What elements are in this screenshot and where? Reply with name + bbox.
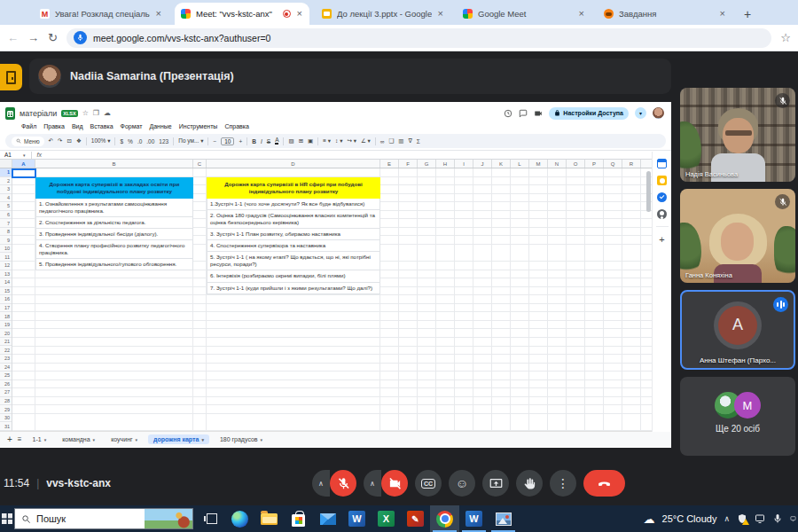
browser-tab-1[interactable]: MУвага! Розклад спеціальності× [34,3,168,25]
calendar-icon[interactable] [657,159,667,168]
menu-1[interactable]: Файл [21,123,36,129]
menu-2[interactable]: Правка [43,123,65,129]
column-header-L[interactable]: L [511,160,529,168]
fill-color-icon[interactable]: ▨ [288,137,293,145]
format-currency-icon[interactable]: $ [120,138,123,145]
star-doc-icon[interactable]: ☆ [82,109,89,117]
zoom-select[interactable]: 100% ▾ [91,137,111,145]
italic-icon[interactable]: I [261,138,262,145]
end-call-button[interactable] [583,470,625,497]
menu-6[interactable]: Данные [149,123,171,129]
tab-close-icon[interactable]: × [578,9,585,19]
print-icon[interactable]: ⊡ [66,137,71,145]
browser-tab-3[interactable]: До лекції 3.pptx - Google През× [316,3,450,25]
row-header-29[interactable]: 29 [0,405,12,414]
cell-b-item[interactable]: 5. Проведення індивідуального/гупового о… [36,259,192,270]
sheet-tab-3[interactable]: коучинг▾ [106,434,143,444]
cell-b-item[interactable]: 2. Спостереження за діяльністю педагога. [36,217,192,229]
sheet-tab-caret-icon[interactable]: ▾ [261,437,263,442]
row-header-12[interactable]: 12 [0,262,12,270]
excel-taskbar-button[interactable]: X [372,505,401,532]
move-folder-icon[interactable]: ❐ [93,109,99,117]
row-header-30[interactable]: 30 [0,414,12,423]
column-header-K[interactable]: K [492,160,511,168]
file-explorer-taskbar-button[interactable] [254,505,284,532]
cell-d-item[interactable]: 1.Зустріч 1-1 (чого хоче досягнути? Як в… [207,199,379,210]
side-panel-add-icon[interactable]: + [659,234,664,245]
menu-7[interactable]: Инструменты [179,123,218,129]
cell-d-item[interactable]: 7. Зустріч 1-1 (куди прийшли і з якими р… [207,283,379,294]
filter-icon[interactable]: ∇ [408,137,411,145]
insert-comment-icon[interactable]: ❑ [389,137,395,145]
spreadsheet-grid[interactable]: 1234567891011121314151617181920212223242… [0,168,652,431]
all-sheets-button[interactable]: ≡ [18,435,22,443]
more-formats-icon[interactable]: 123 [159,138,168,145]
contacts-icon[interactable] [657,209,667,219]
row-header-17[interactable]: 17 [0,304,12,313]
cell-b-item[interactable]: 1. Ознайомлення з результатами самооціню… [36,199,192,217]
row-header-25[interactable]: 25 [0,372,12,380]
reactions-button[interactable]: ☺ [449,470,475,497]
tray-microphone-icon[interactable] [772,513,783,524]
row-header-19[interactable]: 19 [0,321,12,330]
name-box[interactable]: A1 [0,152,23,158]
word-open-taskbar-button[interactable]: W [459,505,489,532]
menu-3[interactable]: Вид [72,123,83,129]
browser-tab-2[interactable]: Meet: "vvs-kstc-anx"× [175,3,309,25]
column-header-C[interactable]: C [193,160,207,168]
site-mic-permission-icon[interactable] [74,31,87,44]
column-header-P[interactable]: P [585,160,604,168]
row-header-2[interactable]: 2 [0,177,12,186]
column-header-N[interactable]: N [548,160,567,168]
sheet-tab-caret-icon[interactable]: ▾ [93,437,96,442]
camera-off-options-chevron[interactable]: ∧ [364,470,381,497]
toolbar-menu-search[interactable]: Меню [12,137,44,146]
start-button[interactable] [0,505,14,532]
row-header-7[interactable]: 7 [0,219,12,228]
row-header-18[interactable]: 18 [0,312,12,321]
row-header-10[interactable]: 10 [0,245,12,254]
decrease-font-icon[interactable]: − [213,138,216,145]
chrome-taskbar-button[interactable] [430,505,459,532]
more-options-button[interactable]: ⋮ [550,470,576,497]
bookmark-star-icon[interactable]: ☆ [780,31,791,44]
browser-tab-5[interactable]: Завдання× [598,3,732,25]
back-icon[interactable]: ← [7,31,19,44]
row-header-13[interactable]: 13 [0,270,12,279]
present-screen-button[interactable] [482,470,509,497]
column-header-A[interactable]: A [12,160,35,168]
bold-icon[interactable]: B [252,138,256,145]
cell-b-header[interactable]: Дорожня карта супервізії в закладах осві… [35,177,193,199]
borders-icon[interactable]: ⊞ [299,137,303,145]
column-header-G[interactable]: G [418,160,436,168]
cell-d-item[interactable]: 2. Оцінка 180 градусів (Самооцінювання в… [207,210,379,229]
font-select[interactable]: По ум... ▾ [178,137,203,145]
share-dropdown[interactable]: ▾ [635,107,646,119]
door-extension-button[interactable] [0,64,22,90]
menu-4[interactable]: Вставка [90,123,113,129]
present-to-meet-icon[interactable] [534,109,543,118]
column-header-I[interactable]: I [455,160,473,168]
cell-d-item[interactable]: 5. Зустріч 1-1 ( на якому етапі? Що вдає… [207,252,379,270]
sheet-tab-2[interactable]: командна▾ [57,434,100,444]
comments-icon[interactable] [519,109,528,118]
tab-close-icon[interactable]: × [155,9,162,19]
column-header-R[interactable]: R [622,160,641,168]
cell-d-item[interactable]: 3. Зустріч 1-1 План розвитку, обираємо н… [207,229,379,240]
row-header-24[interactable]: 24 [0,364,12,372]
edge-taskbar-button[interactable] [225,505,254,532]
pdf-taskbar-button[interactable]: ✎ [401,505,430,532]
row-headers[interactable]: 1234567891011121314151617181920212223242… [0,168,12,431]
column-header-O[interactable]: O [567,160,585,168]
column-header-J[interactable]: J [473,160,492,168]
sheet-tab-1[interactable]: 1-1▾ [27,434,52,444]
new-tab-button[interactable]: + [739,5,756,23]
tab-close-icon[interactable]: × [437,9,444,19]
tray-chevron-icon[interactable]: ∧ [724,514,730,523]
sheet-tab-caret-icon[interactable]: ▾ [44,437,47,442]
sheet-tab-4[interactable]: дорожня карта▾ [148,434,209,444]
row-header-5[interactable]: 5 [0,202,12,211]
font-size-input[interactable]: 10 [221,137,234,145]
v-align-icon[interactable]: ↕ ▾ [335,137,342,145]
sheet-tab-caret-icon[interactable]: ▾ [201,437,204,442]
